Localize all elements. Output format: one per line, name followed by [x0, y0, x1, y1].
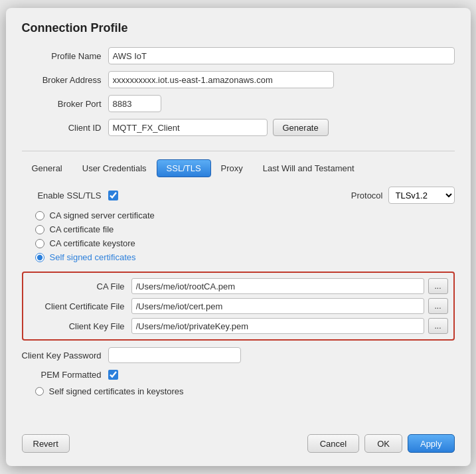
- broker-port-input[interactable]: [108, 95, 161, 112]
- tab-ssl-tls[interactable]: SSL/TLS: [157, 159, 211, 177]
- client-cert-row: Client Certificate File ...: [23, 298, 453, 314]
- tab-bar: General User Credentials SSL/TLS Proxy L…: [22, 159, 455, 177]
- ssl-enable-left: Enable SSL/TLS: [22, 191, 118, 200]
- client-key-row: Client Key File ...: [23, 318, 453, 334]
- bottom-buttons: Revert Cancel OK Apply: [22, 424, 455, 453]
- radio-ca-keystore-label: CA certificate keystore: [50, 238, 135, 248]
- profile-name-label: Profile Name: [22, 51, 108, 61]
- tab-last-will[interactable]: Last Will and Testament: [253, 159, 364, 177]
- radio-ca-server-label: CA signed server certificate: [50, 210, 155, 220]
- client-cert-label: Client Certificate File: [29, 301, 131, 311]
- protocol-select[interactable]: TLSv1.0 TLSv1.1 TLSv1.2: [388, 187, 455, 204]
- keystore-label: Self signed certificates in keystores: [49, 386, 184, 396]
- cancel-button[interactable]: Cancel: [307, 434, 359, 453]
- client-key-input[interactable]: [131, 318, 424, 334]
- radio-ca-keystore: CA certificate keystore: [35, 238, 455, 248]
- radio-self-signed-input[interactable]: [35, 253, 44, 262]
- tab-proxy[interactable]: Proxy: [211, 159, 253, 177]
- radio-ca-file-label: CA certificate file: [50, 224, 114, 234]
- client-key-label: Client Key File: [29, 321, 131, 331]
- client-key-password-label: Client Key Password: [22, 351, 108, 360]
- ca-file-row: CA File ...: [23, 278, 453, 294]
- pem-formatted-label: PEM Formatted: [22, 370, 108, 380]
- radio-ca-file-input[interactable]: [35, 225, 44, 234]
- keystore-radio-input[interactable]: [35, 387, 44, 396]
- enable-ssl-label: Enable SSL/TLS: [22, 191, 108, 200]
- ok-button[interactable]: OK: [364, 434, 402, 453]
- radio-self-signed: Self signed certificates: [35, 252, 455, 262]
- right-buttons: Cancel OK Apply: [307, 434, 455, 453]
- radio-ca-keystore-input[interactable]: [35, 239, 44, 248]
- broker-port-row: Broker Port: [22, 95, 455, 112]
- broker-address-label: Broker Address: [22, 75, 108, 85]
- generate-button[interactable]: Generate: [273, 119, 329, 136]
- keystore-row: Self signed certificates in keystores: [22, 386, 455, 396]
- client-key-password-input[interactable]: [108, 347, 241, 363]
- radio-ca-server: CA signed server certificate: [35, 210, 455, 220]
- broker-address-row: Broker Address: [22, 71, 455, 88]
- protocol-label: Protocol: [351, 191, 383, 200]
- tab-user-credentials[interactable]: User Credentials: [72, 159, 157, 177]
- ssl-enable-row: Enable SSL/TLS Protocol TLSv1.0 TLSv1.1 …: [22, 187, 455, 204]
- radio-self-signed-label: Self signed certificates: [50, 252, 136, 262]
- apply-button[interactable]: Apply: [408, 434, 455, 453]
- enable-ssl-checkbox[interactable]: [108, 191, 118, 200]
- dialog-title: Connection Profile: [22, 21, 455, 35]
- client-id-input[interactable]: [108, 119, 268, 136]
- profile-name-input[interactable]: [108, 47, 455, 64]
- pem-formatted-row: PEM Formatted: [22, 370, 455, 380]
- tab-general[interactable]: General: [22, 159, 72, 177]
- protocol-section: Protocol TLSv1.0 TLSv1.1 TLSv1.2: [351, 187, 455, 204]
- ca-file-label: CA File: [29, 281, 131, 291]
- client-id-row: Client ID Generate: [22, 119, 455, 136]
- divider-1: [22, 151, 455, 151]
- pem-formatted-checkbox-wrapper: [108, 370, 118, 380]
- connection-profile-dialog: Connection Profile Profile Name Broker A…: [6, 8, 471, 466]
- enable-ssl-checkbox-wrapper: [108, 191, 118, 200]
- radio-ca-server-input[interactable]: [35, 211, 44, 220]
- broker-port-label: Broker Port: [22, 99, 108, 109]
- radio-group: CA signed server certificate CA certific…: [22, 210, 455, 262]
- client-id-label: Client ID: [22, 123, 108, 133]
- ca-file-browse-button[interactable]: ...: [428, 278, 448, 294]
- client-cert-browse-button[interactable]: ...: [428, 298, 448, 314]
- ca-file-input[interactable]: [131, 278, 424, 294]
- client-key-browse-button[interactable]: ...: [428, 318, 448, 334]
- radio-ca-file: CA certificate file: [35, 224, 455, 234]
- file-section: CA File ... Client Certificate File ... …: [22, 272, 455, 341]
- profile-name-row: Profile Name: [22, 47, 455, 64]
- pem-formatted-checkbox[interactable]: [108, 370, 118, 380]
- client-key-password-row: Client Key Password: [22, 347, 455, 363]
- broker-address-input[interactable]: [108, 71, 334, 88]
- revert-button[interactable]: Revert: [22, 434, 70, 453]
- client-cert-input[interactable]: [131, 298, 424, 314]
- ssl-tls-content: Enable SSL/TLS Protocol TLSv1.0 TLSv1.1 …: [22, 187, 455, 403]
